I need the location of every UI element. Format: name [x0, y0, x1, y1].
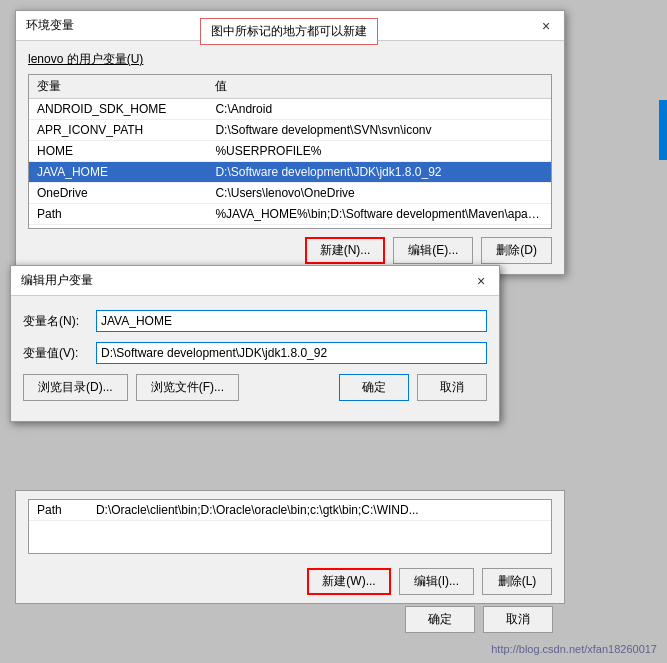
system-var-table-container: PathD:\Oracle\client\bin;D:\Oracle\oracl… [28, 499, 552, 554]
main-env-dialog: 环境变量 × lenovo 的用户变量(U) 变量 值 ANDROID_SDK_… [15, 10, 565, 275]
var-value-cell: %USERPROFILE%\AppData\Local\Temp [207, 225, 551, 230]
user-var-table-container: 变量 值 ANDROID_SDK_HOMEC:\AndroidAPR_ICONV… [28, 74, 552, 229]
edit-dialog-titlebar: 编辑用户变量 × [11, 266, 499, 296]
user-var-row[interactable]: ANDROID_SDK_HOMEC:\Android [29, 99, 551, 120]
main-cancel-button[interactable]: 取消 [483, 606, 553, 633]
user-var-row[interactable]: APR_ICONV_PATHD:\Software development\SV… [29, 120, 551, 141]
var-value-cell: C:\Users\lenovo\OneDrive [207, 183, 551, 204]
system-var-section: PathD:\Oracle\client\bin;D:\Oracle\oracl… [15, 490, 565, 604]
var-value-cell: C:\Android [207, 99, 551, 120]
var-name-input[interactable] [96, 310, 487, 332]
main-close-button[interactable]: × [538, 18, 554, 34]
var-name-cell: Path [29, 204, 207, 225]
main-dialog-content: lenovo 的用户变量(U) 变量 值 ANDROID_SDK_HOMEC:\… [16, 41, 564, 274]
edit-cancel-button[interactable]: 取消 [417, 374, 487, 401]
table-header-row: 变量 值 [29, 75, 551, 99]
var-value-cell: %USERPROFILE% [207, 141, 551, 162]
sys-var-value-cell: D:\Oracle\client\bin;D:\Oracle\oracle\bi… [88, 500, 551, 521]
var-value-input[interactable] [96, 342, 487, 364]
user-action-buttons: 新建(N)... 编辑(E)... 删除(D) [28, 237, 552, 264]
delete-user-var-button[interactable]: 删除(D) [481, 237, 552, 264]
system-action-buttons: 新建(W)... 编辑(I)... 删除(L) [16, 562, 564, 603]
col-value: 值 [207, 75, 551, 99]
delete-system-var-button[interactable]: 删除(L) [482, 568, 552, 595]
var-name-cell: OneDrive [29, 183, 207, 204]
var-name-cell: APR_ICONV_PATH [29, 120, 207, 141]
new-user-var-button[interactable]: 新建(N)... [305, 237, 386, 264]
user-var-row[interactable]: JAVA_HOMED:\Software development\JDK\jdk… [29, 162, 551, 183]
edit-user-var-button[interactable]: 编辑(E)... [393, 237, 473, 264]
var-name-row: 变量名(N): [23, 310, 487, 332]
col-variable: 变量 [29, 75, 207, 99]
user-section-label: lenovo 的用户变量(U) [28, 51, 552, 68]
edit-dialog-title: 编辑用户变量 [21, 272, 93, 289]
var-value-cell: %JAVA_HOME%\bin;D:\Software development\… [207, 204, 551, 225]
sys-var-name-cell: Path [29, 500, 88, 521]
edit-dialog-content: 变量名(N): 变量值(V): 浏览目录(D)... 浏览文件(F)... 确定… [11, 296, 499, 421]
var-name-cell: ANDROID_SDK_HOME [29, 99, 207, 120]
user-var-row[interactable]: TEMP%USERPROFILE%\AppData\Local\Temp [29, 225, 551, 230]
bottom-main-buttons: 确定 取消 [15, 606, 565, 633]
edit-user-var-dialog: 编辑用户变量 × 变量名(N): 变量值(V): 浏览目录(D)... 浏览文件… [10, 265, 500, 422]
browse-buttons-row: 浏览目录(D)... 浏览文件(F)... 确定 取消 [23, 374, 487, 401]
var-name-cell: JAVA_HOME [29, 162, 207, 183]
callout-annotation: 图中所标记的地方都可以新建 [200, 18, 378, 45]
main-confirm-button[interactable]: 确定 [405, 606, 475, 633]
main-dialog-title: 环境变量 [26, 17, 74, 34]
blue-decoration [659, 100, 667, 160]
var-name-label: 变量名(N): [23, 313, 88, 330]
edit-confirm-button[interactable]: 确定 [339, 374, 409, 401]
user-var-row[interactable]: OneDriveC:\Users\lenovo\OneDrive [29, 183, 551, 204]
callout-text: 图中所标记的地方都可以新建 [211, 24, 367, 38]
new-system-var-button[interactable]: 新建(W)... [307, 568, 390, 595]
user-var-row[interactable]: Path%JAVA_HOME%\bin;D:\Software developm… [29, 204, 551, 225]
var-value-cell: D:\Software development\JDK\jdk1.8.0_92 [207, 162, 551, 183]
system-var-row[interactable]: PathD:\Oracle\client\bin;D:\Oracle\oracl… [29, 500, 551, 521]
system-var-table: PathD:\Oracle\client\bin;D:\Oracle\oracl… [29, 500, 551, 521]
user-var-row[interactable]: HOME%USERPROFILE% [29, 141, 551, 162]
edit-close-button[interactable]: × [473, 273, 489, 289]
var-name-cell: HOME [29, 141, 207, 162]
var-name-cell: TEMP [29, 225, 207, 230]
browse-file-button[interactable]: 浏览文件(F)... [136, 374, 239, 401]
var-value-row: 变量值(V): [23, 342, 487, 364]
browse-dir-button[interactable]: 浏览目录(D)... [23, 374, 128, 401]
watermark: http://blog.csdn.net/xfan18260017 [491, 643, 657, 655]
user-var-table: 变量 值 ANDROID_SDK_HOMEC:\AndroidAPR_ICONV… [29, 75, 551, 229]
edit-system-var-button[interactable]: 编辑(I)... [399, 568, 474, 595]
var-value-cell: D:\Software development\SVN\svn\iconv [207, 120, 551, 141]
var-value-label: 变量值(V): [23, 345, 88, 362]
